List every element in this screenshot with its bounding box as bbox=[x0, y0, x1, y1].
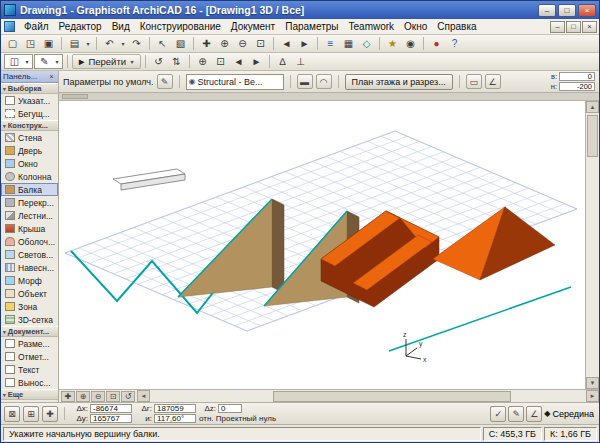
tracker-toggle-button[interactable]: ⊠ bbox=[4, 406, 20, 422]
favorite-selector[interactable]: ◉ Structural - Be... bbox=[186, 74, 284, 90]
orbit-button[interactable]: ↺ bbox=[150, 54, 167, 69]
3d-view-button[interactable]: ◇ bbox=[358, 36, 375, 51]
marquee-tool-button[interactable]: ▧ bbox=[172, 36, 189, 51]
menu-document[interactable]: Документ bbox=[226, 20, 280, 33]
toolbox-section-document[interactable]: ▾ Документ... bbox=[1, 326, 58, 337]
beam-settings-button[interactable]: ✎ bbox=[157, 74, 173, 89]
scroll-down-icon[interactable]: ▼ bbox=[586, 377, 599, 389]
go-to-button[interactable]: ► Перейти ▾ bbox=[72, 54, 141, 69]
tool-zone[interactable]: Зона bbox=[1, 300, 58, 313]
redo-button[interactable]: ↷ bbox=[128, 36, 145, 51]
maximize-button[interactable]: □ bbox=[558, 4, 576, 17]
grid-snap-toggle-button[interactable]: ⊞ bbox=[23, 406, 39, 422]
tool-column[interactable]: Колонна bbox=[1, 170, 58, 183]
section-button[interactable]: ∆ bbox=[274, 54, 291, 69]
straight-beam-button[interactable]: ▬ bbox=[297, 74, 313, 89]
teamwork-button[interactable]: ● bbox=[428, 36, 445, 51]
reference-level-label[interactable]: отн. Проектный нуль bbox=[199, 414, 276, 423]
toolbox-section-design[interactable]: ▾ Конструк... bbox=[1, 120, 58, 131]
beam-profile-button[interactable]: ▭ bbox=[466, 74, 482, 89]
tool-shell[interactable]: Оболоч... bbox=[1, 235, 58, 248]
tool-morph[interactable]: Морф bbox=[1, 274, 58, 287]
zoom-out-button[interactable]: ⊖ bbox=[234, 36, 251, 51]
favorites-button[interactable]: ★ bbox=[384, 36, 401, 51]
vertical-scrollbar[interactable]: ▲ ▼ bbox=[585, 101, 599, 389]
zoom-in-button[interactable]: ⊕ bbox=[216, 36, 233, 51]
tool-mesh[interactable]: 3D-сетка bbox=[1, 313, 58, 326]
minimize-button[interactable]: – bbox=[538, 4, 556, 17]
help-button[interactable]: ? bbox=[446, 36, 463, 51]
next-view-button-2[interactable]: ► bbox=[248, 54, 265, 69]
undo-dropdown-icon[interactable]: ▾ bbox=[119, 40, 127, 47]
menu-help[interactable]: Справка bbox=[432, 20, 481, 33]
tool-slab[interactable]: Перекр... bbox=[1, 196, 58, 209]
grid-snap-button[interactable]: ▦ bbox=[340, 36, 357, 51]
vp-pan-button[interactable]: ✚ bbox=[61, 391, 75, 402]
menu-window[interactable]: Окно bbox=[399, 20, 432, 33]
dy-field[interactable]: 165767 bbox=[90, 414, 132, 423]
horizontal-scrollbar[interactable] bbox=[151, 391, 585, 402]
pen-selector-combo[interactable]: ✎ ▾ bbox=[34, 54, 63, 69]
angle-field[interactable]: 117,60° bbox=[154, 414, 196, 423]
menu-file[interactable]: Файл bbox=[19, 20, 54, 33]
tool-window[interactable]: Окно bbox=[1, 157, 58, 170]
dz-field[interactable]: 0 bbox=[218, 404, 242, 413]
default-settings-label[interactable]: Параметры по умолч. bbox=[63, 77, 154, 87]
curved-beam-button[interactable]: ◠ bbox=[316, 74, 332, 89]
dr-field[interactable]: 187059 bbox=[154, 404, 196, 413]
confirm-button[interactable]: ✓ bbox=[490, 406, 506, 422]
menu-design[interactable]: Конструирование bbox=[135, 20, 226, 33]
tool-label[interactable]: Вынос... bbox=[1, 376, 58, 389]
vp-fit-button[interactable]: ⊡ bbox=[106, 391, 120, 402]
close-button[interactable]: × bbox=[578, 4, 596, 17]
beam-angle-button[interactable]: ∠ bbox=[485, 74, 501, 89]
tool-arrow[interactable]: Указат... bbox=[1, 94, 58, 107]
toolbox-section-more[interactable]: ▾ Еще bbox=[1, 389, 58, 400]
plan-and-section-button[interactable]: План этажа и разрез... bbox=[345, 74, 453, 90]
snap-guides-button[interactable]: ∠ bbox=[526, 406, 542, 422]
next-view-button[interactable]: ► bbox=[296, 36, 313, 51]
tool-marquee[interactable]: Бегущ... bbox=[1, 107, 58, 120]
toolbox-header[interactable]: Панель... × bbox=[1, 71, 58, 83]
arrow-tool-button[interactable]: ↖ bbox=[154, 36, 171, 51]
zoom-in-button-2[interactable]: ⊕ bbox=[194, 54, 211, 69]
tool-text[interactable]: Текст bbox=[1, 363, 58, 376]
horizontal-scroll-thumb[interactable] bbox=[273, 391, 512, 402]
tool-dimension[interactable]: Разме... bbox=[1, 337, 58, 350]
scroll-up-icon[interactable]: ▲ bbox=[586, 101, 599, 113]
canvas-3d[interactable]: z y x bbox=[59, 101, 585, 389]
bottom-offset-field[interactable]: -200 bbox=[559, 82, 595, 91]
print-dropdown-icon[interactable]: ▾ bbox=[84, 40, 92, 47]
tool-roof[interactable]: Крыша bbox=[1, 222, 58, 235]
pan-button[interactable]: ✚ bbox=[198, 36, 215, 51]
menu-edit[interactable]: Редактор bbox=[54, 20, 107, 33]
open-button[interactable]: ◳ bbox=[22, 36, 39, 51]
vp-zoom-out-button[interactable]: ⊖ bbox=[91, 391, 105, 402]
origin-button[interactable]: ✚ bbox=[42, 406, 58, 422]
new-document-button[interactable]: ▢ bbox=[4, 36, 21, 51]
tool-curtain-wall[interactable]: Навесн... bbox=[1, 261, 58, 274]
vertical-scroll-thumb[interactable] bbox=[587, 115, 598, 157]
previous-view-button[interactable]: ◄ bbox=[278, 36, 295, 51]
vp-orbit-button[interactable]: ↺ bbox=[121, 391, 135, 402]
undo-button[interactable]: ↶ bbox=[101, 36, 118, 51]
top-offset-field[interactable]: 0 bbox=[559, 72, 595, 81]
mdi-minimize-button[interactable]: – bbox=[550, 21, 565, 33]
menu-teamwork[interactable]: Teamwork bbox=[344, 20, 400, 33]
level-button[interactable]: ⊥ bbox=[292, 54, 309, 69]
tool-beam-selected[interactable]: Балка bbox=[1, 183, 58, 196]
mdi-close-button[interactable]: × bbox=[582, 21, 597, 33]
explore-button[interactable]: ⇅ bbox=[168, 54, 185, 69]
vp-zoom-in-button[interactable]: ⊕ bbox=[76, 391, 90, 402]
tool-stair[interactable]: Лестни... bbox=[1, 209, 58, 222]
edit-button[interactable]: ✎ bbox=[508, 406, 524, 422]
tool-skylight[interactable]: Светов... bbox=[1, 248, 58, 261]
fit-view-button[interactable]: ⊡ bbox=[252, 36, 269, 51]
settings-button[interactable]: ◉ bbox=[402, 36, 419, 51]
dx-field[interactable]: -86674 bbox=[90, 404, 132, 413]
tool-door[interactable]: Дверь bbox=[1, 144, 58, 157]
print-button[interactable]: ▤ bbox=[66, 36, 83, 51]
scroll-left-icon[interactable]: ◄ bbox=[137, 390, 150, 402]
save-button[interactable]: ▣ bbox=[40, 36, 57, 51]
tool-level-dimension[interactable]: Отмет... bbox=[1, 350, 58, 363]
